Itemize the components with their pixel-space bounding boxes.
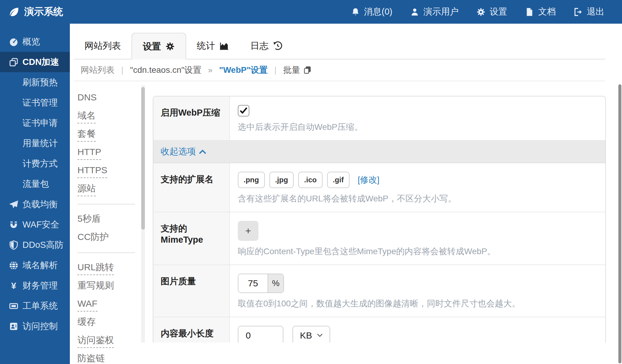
quality-help: 取值在0到100之间，数值越大生成的图像越清晰，同时文件尺寸也会越大。	[238, 298, 596, 309]
main-content: 网站列表 设置 统计	[70, 24, 622, 364]
breadcrumb-site-list[interactable]: 网站列表	[80, 64, 114, 76]
chevron-down-icon	[317, 333, 323, 338]
extension-tag: .png	[238, 172, 265, 188]
collapse-options-link[interactable]: 收起选项	[161, 146, 206, 158]
tab-site-list[interactable]: 网站列表	[74, 33, 132, 59]
nav-item-url-redirect[interactable]: URL跳转	[77, 262, 141, 280]
tab-bar: 网站列表 设置 统计	[74, 33, 605, 59]
settings-button[interactable]: 设置	[476, 6, 507, 18]
chart-icon	[219, 41, 229, 51]
sidebar-item-access-control[interactable]: 访问控制	[0, 316, 70, 336]
topbar: 演示系统 消息(0) 演示用户	[0, 0, 622, 24]
extensions-help: 含有这些扩展名的URL将会被转成WebP，不区分大小写。	[238, 193, 596, 204]
nav-item-https[interactable]: HTTPS	[77, 165, 141, 183]
sidebar-item-traffic-package[interactable]: 流量包	[0, 174, 70, 194]
nav-item-hotlink[interactable]: 防盗链	[77, 353, 141, 364]
sidebar-item-finance[interactable]: ¥ 财务管理	[0, 275, 70, 296]
gauge-icon	[9, 37, 19, 47]
paper-plane-icon	[9, 199, 19, 210]
enable-webp-help: 选中后表示开启自动WebP压缩。	[238, 121, 596, 133]
sign-out-icon	[573, 7, 583, 17]
yen-icon: ¥	[9, 281, 19, 291]
caret-up-icon	[199, 149, 206, 154]
sidebar-item-waf[interactable]: WAF安全	[0, 214, 70, 235]
nav-item-5s-shield[interactable]: 5秒盾	[77, 214, 141, 232]
tab-settings[interactable]: 设置	[132, 33, 186, 59]
magnet-icon	[9, 220, 19, 230]
nav-item-access-auth[interactable]: 访问鉴权	[77, 335, 141, 353]
nav-scrollbar-thumb[interactable]	[141, 87, 145, 230]
nav-item-cache[interactable]: 缓存	[77, 317, 141, 335]
sidebar-item-dns-resolve[interactable]: 域名解析	[0, 255, 70, 275]
breadcrumb-webp-settings[interactable]: "WebP"设置	[219, 64, 268, 76]
nav-item-rewrite-rules[interactable]: 重写规则	[77, 280, 141, 298]
shield-icon	[9, 240, 19, 250]
webp-settings-form: 启用WebP压缩 选中后表示开启自动WebP压缩。 收起选项	[153, 96, 606, 342]
enable-webp-checkbox[interactable]	[238, 105, 249, 116]
logout-button[interactable]: 退出	[573, 6, 604, 18]
sidebar-item-load-balancer[interactable]: 负载均衡	[0, 194, 70, 214]
page-scrollbar-thumb[interactable]	[618, 84, 621, 363]
gear-icon	[476, 7, 486, 17]
clone-icon	[9, 57, 19, 67]
breadcrumb-site-settings[interactable]: "cdn.teaos.cn"设置	[130, 64, 201, 76]
nav-item-waf[interactable]: WAF	[77, 298, 141, 317]
settings-content: DNS 域名 套餐 HTTP HTTPS 源站 5秒盾 CC防护 URL跳转 重…	[70, 81, 622, 342]
sidebar-item-cert-manage[interactable]: 证书管理	[0, 93, 70, 113]
nav-item-domain[interactable]: 域名	[77, 110, 141, 129]
bell-icon	[351, 7, 360, 17]
sidebar-item-overview[interactable]: 概览	[0, 32, 70, 52]
nav-scrollbar[interactable]	[141, 85, 145, 342]
app-brand: 演示系统	[9, 5, 63, 19]
nav-item-plan[interactable]: 套餐	[77, 129, 141, 147]
check-icon	[239, 106, 248, 115]
sidebar-item-billing-method[interactable]: 计费方式	[0, 153, 70, 174]
form-row-enable-webp: 启用WebP压缩 选中后表示开启自动WebP压缩。	[153, 96, 605, 141]
docs-button[interactable]: 文档	[525, 6, 556, 18]
form-row-mimetype: 支持的MimeType + 响应的Content-Type里包含这些MimeTy…	[153, 212, 605, 265]
nav-divider	[77, 204, 135, 204]
nav-item-http[interactable]: HTTP	[77, 147, 141, 165]
nav-divider	[77, 252, 135, 253]
breadcrumb: 网站列表 | "cdn.teaos.cn"设置 » "WebP"设置 | 批量	[74, 59, 605, 81]
form-row-extensions: 支持的扩展名 .png .jpg .ico .gif [修改] 含有这些扩展名的…	[153, 163, 605, 212]
tab-statistics[interactable]: 统计	[186, 33, 240, 59]
breadcrumb-arrow: »	[208, 66, 212, 75]
collapse-options-band: 收起选项	[153, 141, 605, 163]
extension-tag: .gif	[327, 172, 350, 188]
extension-tag: .jpg	[269, 172, 294, 188]
percent-addon: %	[268, 274, 283, 292]
modify-extensions-link[interactable]: [修改]	[358, 174, 380, 186]
min-length-input[interactable]	[238, 326, 283, 342]
extension-tag: .ico	[298, 172, 322, 188]
id-card-icon	[9, 321, 19, 332]
sidebar-item-cert-apply[interactable]: 证书申请	[0, 113, 70, 133]
ticket-icon	[9, 301, 19, 311]
globe-icon	[9, 260, 19, 271]
nav-item-cc-protect[interactable]: CC防护	[77, 232, 141, 250]
nav-item-origin[interactable]: 源站	[77, 183, 141, 201]
settings-nav: DNS 域名 套餐 HTTP HTTPS 源站 5秒盾 CC防护 URL跳转 重…	[77, 81, 141, 342]
leaf-logo-icon	[9, 6, 19, 17]
app-title: 演示系统	[24, 5, 63, 19]
current-user-button[interactable]: 演示用户	[410, 6, 459, 18]
sidebar-item-tickets[interactable]: 工单系统	[0, 296, 70, 316]
history-icon	[273, 41, 282, 51]
topbar-menu: 消息(0) 演示用户 设置	[351, 6, 604, 18]
nav-item-dns[interactable]: DNS	[77, 92, 141, 110]
sidebar-item-refresh-prefetch[interactable]: 刷新预热	[0, 72, 70, 93]
image-quality-input[interactable]	[238, 274, 268, 292]
mimetype-help: 响应的Content-Type里包含这些MimeType的内容将会被转成WebP…	[238, 246, 596, 257]
sidebar-item-cdn[interactable]: CDN加速	[0, 52, 70, 72]
tab-logs[interactable]: 日志	[240, 33, 293, 59]
batch-button[interactable]: 批量	[283, 64, 311, 76]
main-sidebar: 概览 CDN加速 刷新预热 证书管理 证书申请 用量统计 计费方式	[0, 24, 70, 364]
sidebar-item-usage-stats[interactable]: 用量统计	[0, 133, 70, 153]
add-mimetype-button[interactable]: +	[238, 221, 258, 241]
min-length-unit-select[interactable]: KB	[292, 326, 330, 342]
sidebar-item-ddos[interactable]: DDoS高防	[0, 235, 70, 255]
form-row-quality: 图片质量 % 取值在0到100之间，数值越大生成的图像越清晰，同时文件尺寸也会越…	[153, 265, 605, 317]
messages-button[interactable]: 消息(0)	[351, 6, 392, 18]
document-icon	[525, 7, 534, 17]
gear-icon	[165, 42, 175, 51]
